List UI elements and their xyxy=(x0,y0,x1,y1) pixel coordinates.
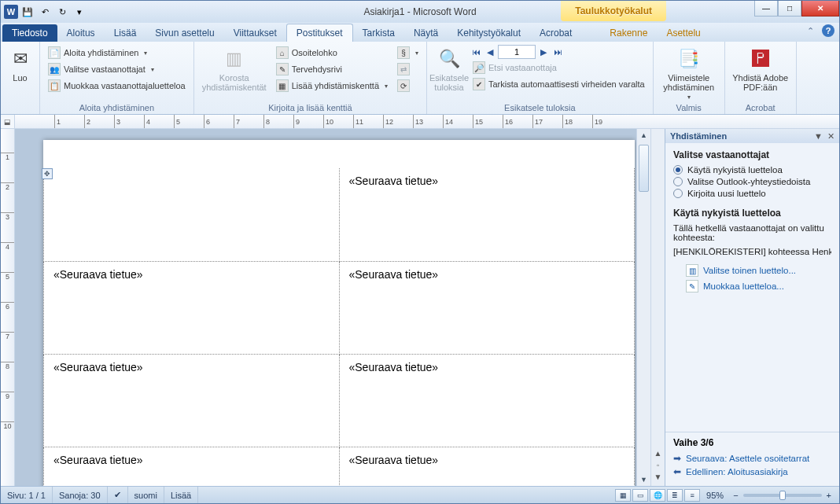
horizontal-ruler[interactable]: 12345678910111213141516171819 xyxy=(15,115,839,128)
find-recipient-button[interactable]: 🔎Etsi vastaanottaja xyxy=(470,60,648,75)
taskpane-menu-icon[interactable]: ▼ xyxy=(814,131,823,142)
view-web-layout-button[interactable]: 🌐 xyxy=(650,489,665,502)
status-page[interactable]: Sivu: 1 / 1 xyxy=(1,487,53,503)
ruler-tick: 1 xyxy=(54,115,84,128)
merge-to-pdf-button[interactable]: 🅿 Yhdistä Adobe PDF:ään xyxy=(730,43,791,92)
tab-home[interactable]: Aloitus xyxy=(57,24,105,42)
finish-merge-button[interactable]: 📑 Viimeistele yhdistäminen ▾ xyxy=(658,43,720,101)
table-move-handle-icon[interactable]: ✥ xyxy=(42,168,53,179)
address-block-button[interactable]: ⌂Osoitelohko xyxy=(273,45,391,61)
auto-check-errors-button[interactable]: ✔Tarkista automaattisesti virheiden vara… xyxy=(470,76,648,92)
tab-file[interactable]: Tiedosto xyxy=(2,24,57,42)
radio-outlook-contacts[interactable]: Valitse Outlook-yhteystiedoista xyxy=(673,177,831,186)
label-cell[interactable]: «Seuraava tietue» xyxy=(339,354,635,447)
view-draft-button[interactable]: ≡ xyxy=(684,489,700,502)
status-insert-mode[interactable]: Lisää xyxy=(164,487,198,503)
edit-recipient-list-button[interactable]: 📋Muokkaa vastaanottajaluetteloa xyxy=(45,78,189,94)
edit-list-link[interactable]: ✎Muokkaa luetteloa... xyxy=(686,280,831,292)
pdf-label: Yhdistä Adobe PDF:ään xyxy=(730,73,791,92)
prev-record-button[interactable]: ◀ xyxy=(484,46,496,58)
ruler-tick: 11 xyxy=(353,115,383,128)
mail-merge-icon: 📄 xyxy=(48,46,61,59)
qat-undo-icon[interactable]: ↶ xyxy=(37,4,53,20)
tab-mailings[interactable]: Postitukset xyxy=(286,24,353,42)
vertical-scrollbar[interactable]: ▲ ▼ xyxy=(636,129,650,486)
first-record-button[interactable]: ⏮ xyxy=(470,46,482,58)
radio-new-list[interactable]: Kirjoita uusi luettelo xyxy=(673,189,831,198)
status-words[interactable]: Sanoja: 30 xyxy=(53,487,108,503)
zoom-in-button[interactable]: + xyxy=(823,491,834,500)
view-print-layout-button[interactable]: ▦ xyxy=(615,489,631,502)
tab-page-layout[interactable]: Sivun asettelu xyxy=(146,24,223,42)
tab-references[interactable]: Viittaukset xyxy=(224,24,286,42)
scroll-up-button[interactable]: ▲ xyxy=(637,129,650,142)
next-step-label: Seuraava: Asettele osoitetarrat xyxy=(686,454,809,463)
scroll-thumb[interactable] xyxy=(639,145,649,192)
qat-customize-icon[interactable]: ▾ xyxy=(72,4,87,20)
status-language[interactable]: suomi xyxy=(128,487,164,503)
rules-button[interactable]: § xyxy=(394,45,422,61)
zoom-slider[interactable] xyxy=(743,494,822,497)
radio-use-existing[interactable]: Käytä nykyistä luetteloa xyxy=(673,165,831,175)
select-recipients-button[interactable]: 👥Valitse vastaanottajat xyxy=(45,61,189,77)
label-cell[interactable]: «Seuraava tietue» xyxy=(339,168,635,261)
list-icon: ▥ xyxy=(686,264,698,277)
zoom-out-button[interactable]: − xyxy=(730,491,741,500)
zoom-thumb[interactable] xyxy=(779,491,786,500)
label-cell[interactable] xyxy=(44,168,340,261)
edit-recip-label: Muokkaa vastaanottajaluetteloa xyxy=(64,81,186,90)
create-envelopes-button[interactable]: ✉ Luo xyxy=(6,43,35,83)
tab-developer[interactable]: Kehitystyökalut xyxy=(448,24,530,42)
zoom-level[interactable]: 95% xyxy=(706,491,724,500)
tab-acrobat[interactable]: Acrobat xyxy=(530,24,581,42)
label-cell[interactable]: «Seuraava tietue» xyxy=(44,354,340,447)
view-outline-button[interactable]: ≣ xyxy=(667,489,683,502)
radio-icon xyxy=(673,165,683,175)
match-fields-button[interactable]: ⇄ xyxy=(394,61,422,77)
browse-object-icon[interactable]: ◦ xyxy=(657,461,660,469)
tab-insert[interactable]: Lisää xyxy=(105,24,146,42)
greeting-line-button[interactable]: ✎Tervehdysrivi xyxy=(273,61,391,77)
group-start-merge-label: Aloita yhdistäminen xyxy=(45,102,189,114)
preview-results-button[interactable]: 🔍 Esikatsele tuloksia xyxy=(432,43,466,92)
next-record-button[interactable]: ▶ xyxy=(537,46,550,58)
ruler-tick: 10 xyxy=(323,115,353,128)
last-record-button[interactable]: ⏭ xyxy=(551,46,564,58)
view-full-screen-button[interactable]: ▭ xyxy=(632,489,648,502)
qat-redo-icon[interactable]: ↻ xyxy=(54,4,70,20)
label-cell[interactable]: «Seuraava tietue» xyxy=(44,261,340,354)
taskpane-close-icon[interactable]: ✕ xyxy=(827,131,834,142)
ribbon-minimize-icon[interactable]: ⌃ xyxy=(807,26,814,36)
window-close-button[interactable]: ✕ xyxy=(801,1,839,17)
record-number-input[interactable] xyxy=(498,45,536,59)
envelope-icon: ✉ xyxy=(8,46,33,72)
next-step-link[interactable]: ➡Seuraava: Asettele osoitetarrat xyxy=(673,453,831,464)
ruler-corner[interactable]: ⬓ xyxy=(1,115,15,128)
next-object-icon[interactable]: ▼ xyxy=(654,473,662,481)
insert-merge-field-button[interactable]: ▦Lisää yhdistämiskenttä xyxy=(273,78,391,94)
status-proofing[interactable]: ✔ xyxy=(108,487,128,503)
prev-step-link[interactable]: ⬅Edellinen: Aloitusasiakirja xyxy=(673,466,831,477)
start-mail-merge-button[interactable]: 📄Aloita yhdistäminen xyxy=(45,45,189,61)
scroll-down-button[interactable]: ▼ xyxy=(637,473,650,486)
qat-save-icon[interactable]: 💾 xyxy=(20,4,35,20)
prev-object-icon[interactable]: ▲ xyxy=(654,449,662,458)
select-different-list-link[interactable]: ▥Valitse toinen luettelo... xyxy=(686,264,831,277)
window-maximize-button[interactable]: □ xyxy=(778,1,801,17)
highlight-merge-fields-button[interactable]: ▥ Korosta yhdistämiskentät xyxy=(199,43,270,92)
document-viewport[interactable]: ✥ «Seuraava tietue» «Seuraava tietue» «S… xyxy=(15,129,636,486)
tab-review[interactable]: Tarkista xyxy=(353,24,404,42)
tab-table-design[interactable]: Rakenne xyxy=(600,24,657,42)
ruler-tick: 17 xyxy=(532,115,562,128)
tab-view[interactable]: Näytä xyxy=(404,24,448,42)
label-cell[interactable]: «Seuraava tietue» xyxy=(339,261,635,354)
greeting-label: Tervehdysrivi xyxy=(292,64,342,74)
label-cell[interactable]: «Seuraava tietue» xyxy=(339,447,635,486)
label-cell[interactable]: «Seuraava tietue» xyxy=(44,447,340,486)
vertical-ruler[interactable]: 12345678910 xyxy=(1,129,15,486)
update-labels-button[interactable]: ⟳ xyxy=(394,78,422,94)
ruler-tick: 9 xyxy=(293,115,323,128)
help-icon[interactable]: ? xyxy=(822,24,834,37)
window-minimize-button[interactable]: ― xyxy=(754,1,778,17)
tab-table-layout[interactable]: Asettelu xyxy=(657,24,709,42)
